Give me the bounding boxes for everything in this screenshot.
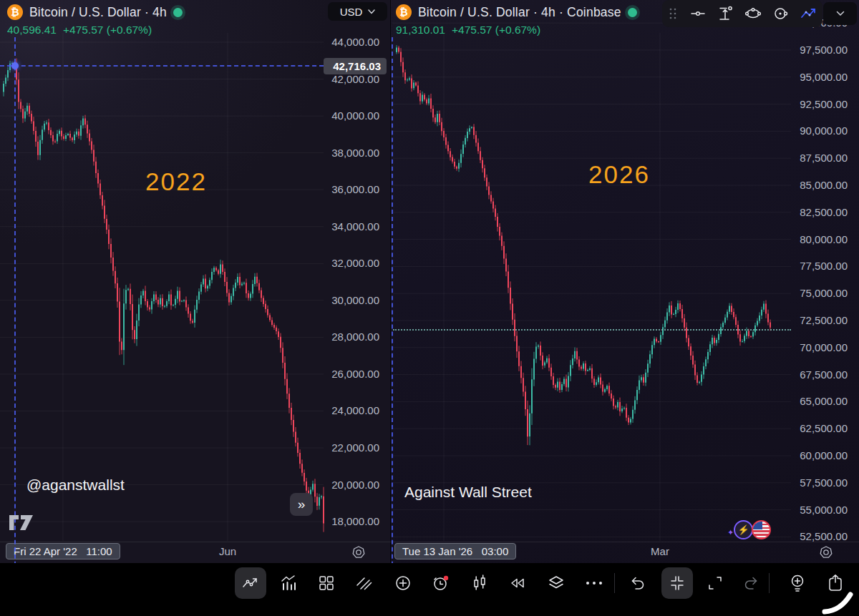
crosshair-vertical-left: [14, 37, 16, 595]
horizontal-line-tool-icon[interactable]: [684, 6, 712, 21]
trend-line-tool-icon[interactable]: [795, 6, 822, 21]
chevron-down-icon: [836, 11, 845, 16]
right-watermark: Against Wall Street: [404, 484, 532, 501]
toolbar-divider: [769, 573, 770, 593]
grid-lines: [392, 23, 791, 541]
right-last-price: 91,310.01: [396, 24, 445, 36]
crosshair-price-tag: 42,716.03: [324, 58, 387, 74]
ellipse-tool-icon[interactable]: [739, 6, 767, 21]
time-axis-row: [0, 542, 859, 563]
lightning-icon: ⚡: [737, 524, 749, 535]
undo-button[interactable]: [622, 567, 654, 599]
right-chart-header: ₿ Bitcoin / U.S. Dollar · 4h · Coinbase: [396, 4, 637, 20]
right-price-row: 91,310.01 +475.57 (+0.67%): [396, 24, 540, 36]
redo-button[interactable]: [735, 567, 767, 599]
fullscreen-button[interactable]: [699, 567, 731, 599]
candles-2022-uw: [4, 61, 321, 509]
circle-tool-icon[interactable]: [767, 6, 795, 21]
chevron-down-icon: [368, 9, 375, 14]
floating-draw-toolbar: [662, 0, 822, 27]
layout-grid-button[interactable]: [311, 567, 342, 599]
bitcoin-icon: ₿: [396, 4, 412, 20]
line-tools-button[interactable]: [349, 567, 380, 599]
double-chevron-right-icon: »: [298, 497, 306, 512]
flag-canton: [753, 522, 762, 529]
swoosh-decoration: [820, 590, 856, 615]
price-range-tool-icon[interactable]: [712, 6, 739, 21]
replay-button[interactable]: [502, 567, 533, 599]
candles-2026-ub: [397, 47, 764, 436]
year-label-2022: 2022: [145, 167, 207, 196]
currency-label: USD: [340, 6, 363, 18]
candles-2022-ub: [4, 63, 321, 506]
candlestick-canvas: [0, 0, 859, 563]
us-flag-event-badge[interactable]: [752, 520, 771, 539]
left-watermark-handle: @aganstwallst: [26, 476, 125, 494]
ideas-button[interactable]: [782, 567, 813, 599]
panel-separator: [390, 0, 391, 563]
toolbar-divider: [614, 573, 615, 593]
tradingview-split-screenshot: ₿ Bitcoin / U.S. Dollar · 4h 40,596.41 +…: [0, 0, 859, 616]
sparkle-icon: ✦: [727, 528, 734, 537]
candles-2026-uw: [397, 45, 764, 445]
currency-selector[interactable]: USD: [328, 2, 387, 21]
toolbar-collapse-dropdown[interactable]: [823, 2, 857, 25]
more-options-button[interactable]: [578, 567, 610, 599]
crosshair-vertical-right: [392, 37, 393, 595]
candles-2026-db: [399, 47, 770, 436]
left-last-price: 40,596.41: [7, 24, 57, 36]
year-label-2026: 2026: [588, 160, 650, 189]
right-symbol-title[interactable]: Bitcoin / U.S. Dollar · 4h · Coinbase: [418, 5, 621, 20]
lightning-event-badge[interactable]: ⚡: [734, 520, 753, 539]
left-chart-header: ₿ Bitcoin / U.S. Dollar · 4h: [7, 4, 183, 20]
left-price-row: 40,596.41 +475.57 (+0.67%): [7, 24, 152, 36]
indicators-button[interactable]: [273, 567, 304, 599]
bar-style-button[interactable]: [464, 567, 495, 599]
crosshair-dot: [11, 62, 19, 69]
grid-lines: [0, 33, 324, 541]
object-tree-button[interactable]: [540, 567, 572, 599]
scroll-to-recent-button[interactable]: »: [290, 493, 313, 516]
right-change: +475.57 (+0.67%): [452, 24, 540, 36]
live-status-icon: [173, 8, 183, 17]
candles-2026-dw: [399, 46, 770, 445]
left-change: +475.57 (+0.67%): [63, 24, 152, 36]
toolbar-drag-handle[interactable]: [662, 8, 684, 19]
tradingview-logo[interactable]: [9, 514, 34, 531]
alerts-button[interactable]: [425, 567, 457, 599]
bitcoin-icon: ₿: [7, 4, 23, 20]
drawing-tools-button[interactable]: [235, 567, 266, 599]
crosshair-horizontal-left: [0, 65, 324, 67]
left-symbol-title[interactable]: Bitcoin / U.S. Dollar · 4h: [29, 5, 167, 20]
minimize-chart-button[interactable]: [661, 567, 693, 599]
add-button[interactable]: [387, 567, 419, 599]
live-status-icon: [628, 8, 637, 17]
current-price-dotted-line: [393, 329, 791, 331]
